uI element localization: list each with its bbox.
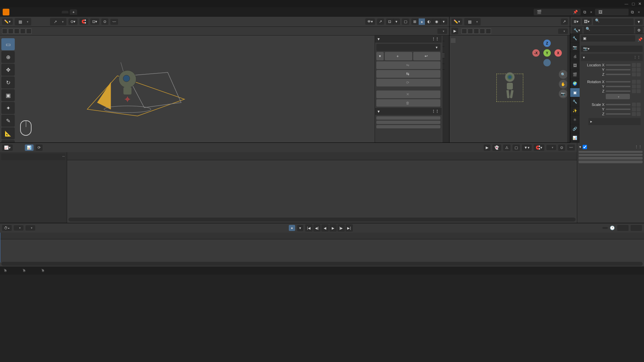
zoom-icon[interactable]: 🔍: [559, 70, 568, 79]
workspace-add-button[interactable]: +: [70, 9, 77, 15]
tool-select-box-icon[interactable]: ▭: [1, 38, 15, 50]
window-close-icon[interactable]: ✕: [638, 2, 641, 6]
reset-stretch-button[interactable]: [376, 116, 440, 120]
cursor-value-to-selection-button[interactable]: [579, 161, 643, 163]
tool-rotate-icon[interactable]: ↻: [1, 76, 15, 88]
scale-z-field[interactable]: [606, 113, 631, 115]
cursor-y-field[interactable]: [579, 154, 643, 156]
tool-cursor-icon[interactable]: ⊕: [1, 51, 15, 63]
ge-ghost-icon[interactable]: 👻: [492, 144, 501, 151]
pivot-dropdown[interactable]: ⊙▾: [68, 18, 77, 25]
ge-curve-icon[interactable]: 〰: [567, 144, 575, 150]
location-x-field[interactable]: [606, 64, 631, 66]
navigation-gizmo[interactable]: Z Y -X X: [534, 40, 560, 66]
ptab-modifier-icon[interactable]: 🔧: [570, 97, 580, 106]
cursor-to-selection-button[interactable]: [579, 157, 643, 160]
vp2-options-dropdown[interactable]: [558, 28, 568, 34]
axis-z-icon[interactable]: Z: [543, 40, 551, 47]
axis-y-icon[interactable]: Y: [543, 49, 551, 57]
play-reverse-icon[interactable]: ◀: [321, 224, 329, 232]
viewport-3d[interactable]: ▭ ⊕ ✥ ↻ ▣ ✦ ✎ 📐 +: [0, 36, 449, 142]
resync-button[interactable]: ⟳: [376, 79, 440, 86]
viewlayer-new-icon[interactable]: ⧉: [630, 9, 635, 15]
lock-icon[interactable]: [632, 63, 636, 67]
menu-render[interactable]: [30, 11, 36, 13]
ptab-world-icon[interactable]: 🌍: [570, 79, 580, 88]
ptab-object-icon[interactable]: ▣: [570, 88, 580, 97]
delete-unused-button[interactable]: 🗑: [376, 99, 440, 107]
location-y-field[interactable]: [606, 69, 631, 70]
menu-edit[interactable]: [21, 11, 28, 13]
axis-x-icon[interactable]: X: [554, 49, 562, 57]
props-breadcrumb[interactable]: ▣: [581, 35, 635, 42]
autokey-toggle[interactable]: ●: [289, 225, 295, 231]
tl-scrollbar[interactable]: [1, 262, 643, 266]
select-mode-2-icon[interactable]: [8, 28, 13, 34]
tool-scale-icon[interactable]: ▣: [1, 89, 15, 101]
custom-tools-header[interactable]: ▾ ⋮⋮: [375, 108, 442, 115]
object-name-field[interactable]: 📷▾: [581, 46, 643, 52]
mode-dropdown[interactable]: ▦: [15, 18, 31, 25]
blender-logo-icon[interactable]: [3, 9, 9, 15]
panel-grip-icon[interactable]: ⋮⋮: [432, 37, 439, 41]
scene-delete-button[interactable]: ×: [589, 10, 593, 14]
viewlayer-delete-button[interactable]: ×: [637, 10, 641, 14]
ptab-particle-icon[interactable]: ✨: [570, 106, 580, 115]
pan-icon[interactable]: ✋: [559, 80, 568, 88]
scene-pin-icon[interactable]: 📌: [573, 9, 578, 15]
ge-warn-icon[interactable]: ⚠: [503, 144, 511, 151]
select-mode-5-icon[interactable]: [26, 28, 32, 34]
play-icon[interactable]: ▶: [329, 224, 337, 232]
viewport-options-dropdown[interactable]: [437, 28, 447, 34]
panel-grip-icon[interactable]: ⋮⋮: [432, 109, 439, 114]
camera-view-icon[interactable]: 📷: [559, 89, 568, 98]
visibility-dropdown[interactable]: 👁▾: [365, 18, 375, 25]
workspace-tab[interactable]: [62, 11, 68, 13]
shading-solid-icon[interactable]: ●: [419, 18, 425, 25]
keying-dropdown[interactable]: [25, 225, 35, 231]
menu-help[interactable]: [46, 11, 52, 13]
symmetrize-button[interactable]: ⇋: [376, 61, 440, 69]
n-tab-tool[interactable]: [442, 41, 444, 47]
n-tab-item[interactable]: [442, 36, 444, 41]
reset-shape-button[interactable]: [376, 121, 440, 124]
location-z-field[interactable]: [606, 74, 631, 75]
ge-collapse-icon[interactable]: ↔: [62, 154, 65, 158]
create-widget-button[interactable]: ＋: [385, 52, 412, 60]
props-options-icon[interactable]: ⚙: [635, 27, 643, 34]
proportional-dropdown[interactable]: 〰: [110, 19, 118, 25]
ptab-tool-icon[interactable]: 🔧: [570, 34, 580, 43]
ge-proportional-icon[interactable]: ⊙: [558, 144, 565, 151]
rotation-x-field[interactable]: [606, 81, 631, 82]
ptab-output-icon[interactable]: 🖨: [570, 52, 580, 61]
ptab-physics-icon[interactable]: ⚛: [570, 115, 580, 124]
ge-snap-dropdown[interactable]: 🧲▾: [534, 144, 544, 151]
mode-dropdown-2[interactable]: ▦: [464, 18, 481, 25]
timeline-canvas[interactable]: [0, 233, 644, 266]
delta-transform-header[interactable]: ▸: [588, 118, 641, 125]
tool-transform-icon[interactable]: ✦: [1, 102, 15, 114]
outliner-filter-icon[interactable]: ▼: [635, 19, 643, 25]
bonewidget-panel-header[interactable]: ▾ ⋮⋮: [375, 36, 442, 43]
menu-file[interactable]: [13, 11, 20, 13]
ge-filter-dropdown[interactable]: ▼▾: [522, 144, 532, 151]
tl-type-dropdown[interactable]: ⏱▾: [2, 225, 12, 231]
vp2-select-3-icon[interactable]: [474, 28, 479, 34]
jump-start-icon[interactable]: |◀: [305, 224, 313, 232]
widget-shape-dropdown[interactable]: ▾: [376, 44, 440, 51]
shading-dropdown[interactable]: ▾: [441, 18, 447, 25]
tool-annotate-icon[interactable]: ✎: [1, 115, 15, 127]
shading-wireframe-icon[interactable]: ⊞: [411, 18, 419, 25]
npanel-collapse-icon[interactable]: [451, 38, 455, 43]
viewport-3d-camera[interactable]: Z Y -X X 🔍 ✋ 📷: [449, 36, 570, 142]
axis-neg-z-icon[interactable]: [543, 59, 551, 66]
shading-rendered-icon[interactable]: ◉: [433, 18, 441, 25]
show-cursor-checkbox[interactable]: [583, 145, 587, 149]
n-tab-rigging[interactable]: [442, 53, 444, 58]
ptab-data-icon[interactable]: 📊: [570, 133, 580, 142]
tool-add-icon[interactable]: +: [1, 140, 15, 142]
to-bone-button[interactable]: ↩: [413, 52, 441, 60]
ge-play-icon[interactable]: ▶: [484, 144, 490, 151]
select-mode-1-icon[interactable]: [2, 28, 7, 34]
vp2-select-5-icon[interactable]: [486, 28, 491, 34]
